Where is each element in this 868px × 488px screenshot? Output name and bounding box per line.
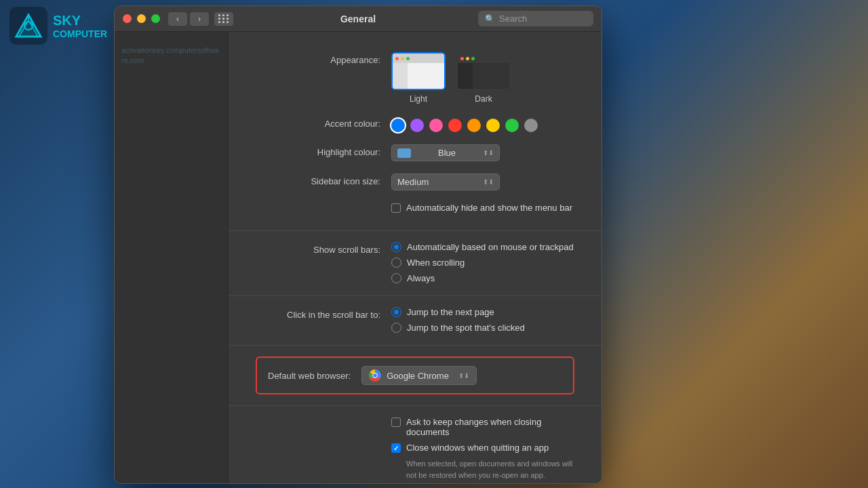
scroll-always-label: Always	[407, 273, 435, 283]
scroll-always-row: Always	[391, 273, 574, 283]
highlight-swatch	[397, 148, 411, 158]
dark-label: Dark	[475, 94, 492, 104]
appearance-control: Light	[391, 52, 574, 104]
accent-gray[interactable]	[524, 119, 538, 132]
appearance-light[interactable]: Light	[391, 52, 446, 104]
accent-blue[interactable]	[391, 119, 405, 132]
separator-2	[229, 296, 601, 296]
scroll-auto-label: Automatically based on mouse or trackpad	[407, 242, 574, 252]
minimize-button[interactable]	[137, 14, 146, 23]
accent-colour-row: Accent colour:	[256, 116, 574, 132]
chevron-down-icon: ⬆⬇	[483, 149, 494, 157]
scroll-bars-control: Automatically based on mouse or trackpad…	[391, 242, 574, 283]
scroll-always-radio[interactable]	[391, 273, 401, 283]
menubar-checkbox[interactable]	[391, 203, 401, 213]
scroll-when-row: When scrolling	[391, 258, 574, 268]
browser-section: Default web browser: Google Chrome ⬆⬇	[256, 357, 574, 394]
highlight-dropdown[interactable]: Blue ⬆⬇	[391, 144, 500, 161]
nav-buttons: ‹ ›	[168, 12, 209, 26]
browser-label: Default web browser:	[268, 371, 351, 381]
chevron-down-icon: ⬆⬇	[483, 178, 494, 186]
back-button[interactable]: ‹	[168, 12, 187, 26]
separator-1	[229, 230, 601, 231]
separator-4	[229, 405, 601, 406]
menubar-checkbox-row: Automatically hide and show the menu bar	[391, 203, 574, 213]
click-spot-radio[interactable]	[391, 323, 401, 333]
close-windows-label: Close windows when quitting an app	[406, 443, 549, 453]
click-scroll-label: Click in the scroll bar to:	[256, 307, 391, 320]
scroll-bars-label: Show scroll bars:	[256, 242, 391, 255]
close-button[interactable]	[123, 14, 132, 23]
sidebar-icon-size-control: Medium ⬆⬇	[391, 174, 574, 190]
chrome-icon	[369, 369, 381, 382]
sky-logo-icon	[9, 7, 47, 45]
browser-chevron-icon: ⬆⬇	[458, 372, 469, 380]
sidebar-icon-size-label: Sidebar icon size:	[256, 174, 391, 186]
sidebar-icon-size-row: Sidebar icon size: Medium ⬆⬇	[256, 174, 574, 190]
menubar-control: Automatically hide and show the menu bar	[391, 203, 574, 218]
traffic-lights	[123, 14, 160, 23]
appearance-row: Appearance:	[256, 52, 574, 104]
closing-docs-label	[256, 417, 391, 420]
sky-logo-text: SKY COMPUTER	[53, 13, 107, 39]
click-spot-row: Jump to the spot that's clicked	[391, 323, 574, 333]
accent-orange[interactable]	[467, 119, 481, 132]
menubar-row: Automatically hide and show the menu bar	[256, 203, 574, 218]
menubar-label	[256, 203, 391, 205]
sidebar-size-value: Medium	[397, 177, 429, 187]
forward-button[interactable]: ›	[190, 12, 209, 26]
dark-thumb[interactable]	[456, 52, 511, 90]
window-title: General	[340, 14, 376, 24]
highlight-value: Blue	[438, 148, 456, 158]
light-label: Light	[410, 94, 427, 104]
accent-red[interactable]	[448, 119, 462, 132]
accent-pink[interactable]	[429, 119, 443, 132]
menubar-checkbox-label: Automatically hide and show the menu bar	[406, 203, 572, 213]
sidebar-size-dropdown[interactable]: Medium ⬆⬇	[391, 174, 500, 190]
closing-docs-control: Ask to keep changes when closing documen…	[391, 417, 574, 481]
accent-purple[interactable]	[410, 119, 424, 132]
highlight-colour-label: Highlight colour:	[256, 144, 391, 157]
maximize-button[interactable]	[151, 14, 160, 23]
settings-window: ‹ › General 🔍 Search activationkey.compu…	[114, 5, 602, 484]
accent-color-list	[391, 116, 574, 132]
appearance-label: Appearance:	[256, 52, 391, 65]
ask-changes-label: Ask to keep changes when closing documen…	[406, 417, 574, 437]
browser-dropdown[interactable]: Google Chrome ⬆⬇	[361, 366, 477, 385]
accent-colour-control	[391, 116, 574, 132]
scroll-bars-row: Show scroll bars: Automatically based on…	[256, 242, 574, 283]
highlight-colour-control: Blue ⬆⬇	[391, 144, 574, 161]
click-next-radio[interactable]	[391, 307, 401, 317]
ask-changes-checkbox[interactable]	[391, 418, 401, 427]
close-windows-checkbox[interactable]	[391, 443, 401, 453]
scroll-when-label: When scrolling	[407, 258, 465, 268]
titlebar: ‹ › General 🔍 Search	[115, 6, 601, 32]
close-windows-subtext: When selected, open documents and window…	[406, 458, 574, 481]
search-bar[interactable]: 🔍 Search	[478, 11, 593, 26]
scroll-auto-radio[interactable]	[391, 242, 401, 252]
light-thumb[interactable]	[391, 52, 446, 90]
click-next-row: Jump to the next page	[391, 307, 574, 317]
search-placeholder: Search	[499, 14, 527, 24]
grid-button[interactable]	[214, 12, 233, 26]
click-scroll-row: Click in the scroll bar to: Jump to the …	[256, 307, 574, 333]
closing-docs-row: Ask to keep changes when closing documen…	[256, 417, 574, 481]
click-next-label: Jump to the next page	[407, 307, 494, 317]
sidebar-watermark: activationkey.computersoftware.com	[115, 32, 228, 80]
scroll-when-radio[interactable]	[391, 258, 401, 268]
scroll-auto-row: Automatically based on mouse or trackpad	[391, 242, 574, 252]
highlight-colour-row: Highlight colour: Blue ⬆⬇	[256, 144, 574, 161]
search-icon: 🔍	[485, 14, 495, 24]
browser-value: Google Chrome	[387, 371, 449, 381]
content-area: activationkey.computersoftware.com Appea…	[115, 32, 601, 483]
click-scroll-options: Jump to the next page Jump to the spot t…	[391, 307, 574, 333]
scroll-bars-options: Automatically based on mouse or trackpad…	[391, 242, 574, 283]
appearance-dark[interactable]: Dark	[456, 52, 511, 104]
accent-yellow[interactable]	[486, 119, 500, 132]
sky-logo: SKY COMPUTER	[9, 7, 107, 45]
click-spot-label: Jump to the spot that's clicked	[407, 323, 525, 333]
separator-3	[229, 345, 601, 346]
main-panel: Appearance:	[229, 32, 601, 483]
accent-colour-label: Accent colour:	[256, 116, 391, 129]
accent-green[interactable]	[505, 119, 519, 132]
